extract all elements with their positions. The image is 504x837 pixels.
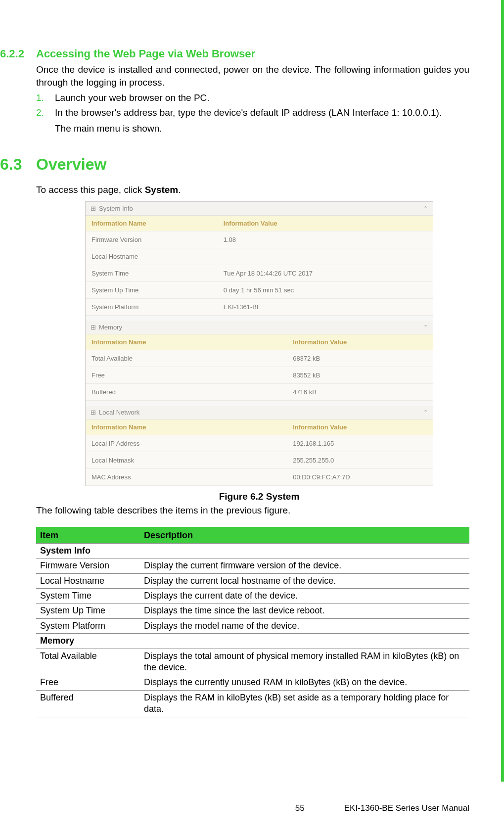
section-622-intro: Once the device is installed and connect… — [36, 63, 469, 89]
table-row: System PlatformEKI-1361-BE — [86, 298, 433, 315]
table-row: System TimeDisplays the current date of … — [36, 589, 469, 604]
memory-table: Information Name Information Value Total… — [86, 334, 433, 401]
table-row: Firmware Version1.08 — [86, 231, 433, 248]
step-sub-text: The main menu is shown. — [55, 122, 469, 135]
table-intro-text: The following table describes the items … — [36, 505, 469, 516]
step-2: 2. In the browser's address bar, type th… — [36, 106, 469, 119]
table-row: System Up Time0 day 1 hr 56 min 51 sec — [86, 281, 433, 298]
cell-value: 192.168.1.165 — [287, 435, 433, 452]
table-row: Local Netmask255.255.255.0 — [86, 452, 433, 468]
table-row: MAC Address00:D0:C9:FC:A7:7D — [86, 468, 433, 485]
table-icon: ⊞ — [91, 409, 96, 416]
figure-6-2: ⊞ System Info ⌃ Information Name Informa… — [85, 201, 433, 502]
panel-header-system-info: ⊞ System Info ⌃ — [86, 202, 433, 216]
section-number: 6.3 — [0, 155, 36, 174]
table-row: Total AvailableDisplays the total amount… — [36, 649, 469, 675]
table-row: Buffered4716 kB — [86, 383, 433, 400]
table-icon: ⊞ — [91, 205, 96, 212]
cell-name: Total Available — [86, 350, 287, 367]
col-info-name: Information Name — [86, 216, 218, 232]
cell-item: System Info — [36, 543, 469, 558]
panel-title: System Info — [99, 205, 133, 212]
table-row: Local IP Address192.168.1.165 — [86, 435, 433, 452]
cell-value: 68372 kB — [287, 350, 433, 367]
cell-name: System Up Time — [86, 281, 218, 298]
cell-item: Memory — [36, 634, 469, 649]
cell-name: Local IP Address — [86, 435, 287, 452]
table-row: Firmware VersionDisplay the current firm… — [36, 558, 469, 573]
cell-item: System Up Time — [36, 604, 140, 618]
table-row: Free83552 kB — [86, 367, 433, 383]
step-text: In the browser's address bar, type the d… — [55, 106, 469, 119]
heading-622: 6.2.2 Accessing the Web Page via Web Bro… — [0, 47, 469, 60]
section-title: Accessing the Web Page via Web Browser — [36, 47, 255, 60]
section-number: 6.2.2 — [0, 47, 36, 60]
cell-description: Displays the RAM in kiloBytes (kB) set a… — [140, 690, 469, 717]
table-row: Local Hostname — [86, 248, 433, 265]
step-1: 1. Launch your web browser on the PC. — [36, 92, 469, 104]
cell-item: Free — [36, 675, 140, 690]
header-item: Item — [36, 527, 140, 544]
cell-name: MAC Address — [86, 468, 287, 485]
step-number: 1. — [36, 92, 55, 104]
cell-item: System Platform — [36, 618, 140, 633]
table-row: Memory — [36, 634, 469, 649]
page-footer: 55 EKI-1360-BE Series User Manual — [0, 803, 469, 813]
cell-description: Display the current firmware version of … — [140, 558, 469, 573]
cell-item: Total Available — [36, 649, 140, 675]
cell-value: EKI-1361-BE — [218, 298, 433, 315]
cell-value: 00:D0:C9:FC:A7:7D — [287, 468, 433, 485]
col-info-value: Information Value — [218, 216, 433, 232]
cell-description: Displays the current date of the device. — [140, 589, 469, 604]
col-info-name: Information Name — [86, 334, 287, 350]
panel-header-memory: ⊞ Memory ⌃ — [86, 321, 433, 334]
chevron-up-icon: ⌃ — [423, 205, 428, 212]
panel-title: Memory — [99, 324, 122, 331]
intro-bold: System — [145, 185, 179, 195]
cell-name: Free — [86, 367, 287, 383]
figure-caption: Figure 6.2 System — [85, 491, 433, 502]
cell-description: Displays the model name of the device. — [140, 618, 469, 633]
cell-value: 1.08 — [218, 231, 433, 248]
col-info-value: Information Value — [287, 334, 433, 350]
table-row: Local HostnameDisplay the current local … — [36, 573, 469, 588]
cell-value — [218, 248, 433, 265]
cell-description: Displays the total amount of physical me… — [140, 649, 469, 675]
table-row: System Info — [36, 543, 469, 558]
cell-item: System Time — [36, 589, 140, 604]
document-title: EKI-1360-BE Series User Manual — [344, 803, 469, 813]
description-table: Item Description System InfoFirmware Ver… — [36, 527, 469, 717]
table-row: Total Available68372 kB — [86, 350, 433, 367]
cell-name: System Time — [86, 265, 218, 281]
system-screenshot: ⊞ System Info ⌃ Information Name Informa… — [85, 201, 433, 486]
intro-prefix: To access this page, click — [36, 185, 145, 195]
section-title: Overview — [36, 155, 106, 174]
cell-value: 4716 kB — [287, 383, 433, 400]
steps-list: 1. Launch your web browser on the PC. 2.… — [36, 92, 469, 119]
table-row: System Up TimeDisplays the time since th… — [36, 604, 469, 618]
cell-name: Local Netmask — [86, 452, 287, 468]
cell-name: Local Hostname — [86, 248, 218, 265]
col-info-value: Information Value — [287, 419, 433, 435]
table-row: System PlatformDisplays the model name o… — [36, 618, 469, 633]
cell-description: Display the current local hostname of th… — [140, 573, 469, 588]
cell-value: 0 day 1 hr 56 min 51 sec — [218, 281, 433, 298]
panel-title: Local Network — [99, 409, 139, 416]
cell-value: 83552 kB — [287, 367, 433, 383]
table-row: FreeDisplays the currently unused RAM in… — [36, 675, 469, 690]
cell-item: Local Hostname — [36, 573, 140, 588]
table-row: BufferedDisplays the RAM in kiloBytes (k… — [36, 690, 469, 717]
step-number: 2. — [36, 106, 55, 119]
cell-item: Firmware Version — [36, 558, 140, 573]
header-description: Description — [140, 527, 469, 544]
section-63-intro: To access this page, click System. — [36, 184, 469, 196]
page-number: 55 — [295, 803, 305, 813]
system-info-table: Information Name Information Value Firmw… — [86, 216, 433, 316]
cell-item: Buffered — [36, 690, 140, 717]
col-info-name: Information Name — [86, 419, 287, 435]
cell-description: Displays the currently unused RAM in kil… — [140, 675, 469, 690]
step-text: Launch your web browser on the PC. — [55, 92, 469, 104]
cell-name: Buffered — [86, 383, 287, 400]
chevron-up-icon: ⌃ — [423, 409, 428, 416]
page-right-border — [501, 0, 504, 782]
